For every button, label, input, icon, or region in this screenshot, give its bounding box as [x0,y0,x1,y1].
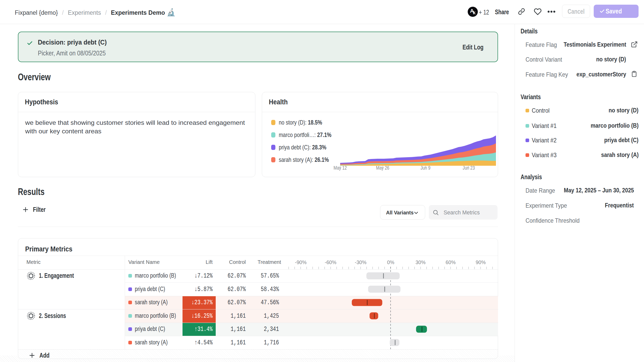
svg-text:Jun 23: Jun 23 [463,165,475,171]
svg-text:May 26: May 26 [376,165,389,171]
svg-text:May 12: May 12 [333,165,347,171]
svg-text:Jun 9: Jun 9 [421,165,430,171]
